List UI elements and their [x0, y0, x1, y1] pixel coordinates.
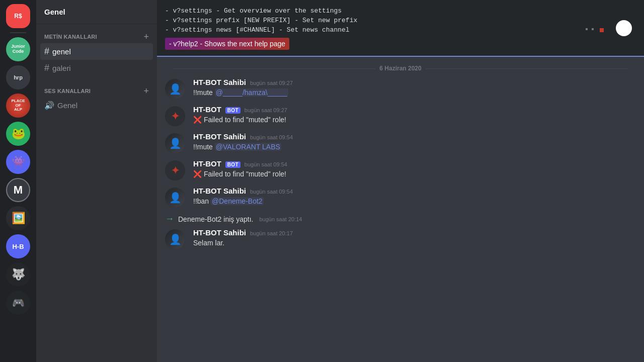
- server-hb-label: H-B: [12, 243, 24, 250]
- bot-badge-4: BOT: [225, 161, 240, 168]
- channel-item-voice-genel[interactable]: 🔊 Genel: [40, 98, 153, 113]
- voice-section-header[interactable]: SES KANALLARI +: [40, 86, 153, 96]
- banner-decoration-3: [586, 28, 588, 30]
- message-content-5: HT-BOT Sahibi bugün saat 09:54 !!ban @De…: [193, 187, 636, 207]
- server-header[interactable]: Genel: [36, 0, 157, 24]
- messages-container[interactable]: 6 Haziran 2020 👤 HT-BOT Sahibi bugün saa…: [157, 57, 644, 362]
- channel-name-galeri: galeri: [52, 64, 71, 72]
- message-time-5: bugün saat 09:54: [250, 189, 293, 195]
- message-group-last: 👤 HT-BOT Sahibi bugün saat 20:17 Selam l…: [165, 226, 636, 253]
- message-content-last: HT-BOT Sahibi bugün saat 20:17 Selam lar…: [193, 228, 636, 248]
- bot-badge-2: BOT: [225, 107, 240, 114]
- channel-item-genel[interactable]: # genel: [40, 43, 153, 60]
- voice-channel-icon: 🔊: [44, 101, 54, 110]
- message-text-5: !!ban @Deneme-Bot2: [193, 196, 636, 207]
- date-separator-text: 6 Haziran 2020: [379, 65, 421, 72]
- text-channel-icon-galeri: #: [44, 63, 49, 73]
- help-line-1: - v?settings - Get overview over the set…: [165, 6, 636, 16]
- server-icon-rs[interactable]: R$: [6, 4, 30, 28]
- system-arrow-icon: →: [165, 214, 174, 224]
- channel-list: Genel METİN KANALLARI + # genel # galeri…: [36, 0, 157, 362]
- server-icon-junior[interactable]: JuniorCode: [6, 37, 30, 61]
- text-channel-icon: #: [44, 46, 49, 57]
- text-section-header[interactable]: METİN KANALLARI +: [40, 32, 153, 41]
- server-place-label: PLACEOFALP: [11, 99, 25, 112]
- server-hrp-label: hrp: [14, 74, 23, 80]
- server-list: R$ JuniorCode hrp PLACEOFALP 🐸 👾 M 🖼️ H-…: [0, 0, 36, 362]
- message-author-5: HT-BOT Sahibi: [193, 187, 246, 195]
- banner-decoration-1: [600, 28, 604, 32]
- help-line-2: - v?settings prefix [NEW PREFIX] - Set n…: [165, 16, 636, 25]
- message-text-3: !!mute @VALORANT LABS: [193, 142, 636, 152]
- avatar-5: 👤: [165, 188, 185, 208]
- message-time-2: bugün saat 09:27: [245, 107, 287, 113]
- server-icon-green[interactable]: 🐸: [6, 122, 30, 146]
- server-icon-wolf[interactable]: 🐺: [6, 262, 30, 287]
- server-icon-hrp[interactable]: hrp: [6, 65, 30, 89]
- main-chat: - v?settings - Get overview over the set…: [157, 0, 644, 362]
- message-author-4: HT-BOT: [193, 159, 221, 168]
- message-header-2: HT-BOT BOT bugün saat 09:27: [193, 105, 636, 114]
- message-header-1: HT-BOT Sahibi bugün saat 09:27: [193, 78, 636, 86]
- server-name: Genel: [44, 8, 65, 16]
- channel-name-voice-genel: Genel: [57, 101, 77, 110]
- message-header-last: HT-BOT Sahibi bugün saat 20:17: [193, 228, 636, 237]
- banner-decoration-2: [592, 28, 594, 30]
- message-header-4: HT-BOT BOT bugün saat 09:54: [193, 159, 636, 168]
- help-banner: - v?settings - Get overview over the set…: [157, 0, 644, 57]
- server-wolf-icon: 🐺: [12, 268, 25, 281]
- text-channels-section: METİN KANALLARI + # genel # galeri: [36, 24, 157, 78]
- message-text-4: ❌ Failed to find "muted" role!: [193, 169, 636, 179]
- mention-1: @_____/hamza\_____: [215, 88, 288, 97]
- server-photo-icon: 🖼️: [12, 212, 25, 225]
- server-icon-blue[interactable]: 👾: [6, 150, 30, 174]
- text-section-title: METİN KANALLARI: [44, 34, 97, 40]
- message-content-2: HT-BOT BOT bugün saat 09:27 ❌ Failed to …: [193, 105, 636, 125]
- server-icon-place[interactable]: PLACEOFALP: [6, 94, 30, 118]
- message-time-last: bugün saat 20:17: [250, 230, 293, 236]
- server-icon-bottom[interactable]: 🎮: [6, 291, 30, 315]
- message-group-3: 👤 HT-BOT Sahibi bugün saat 09:54 !!mute …: [165, 130, 636, 157]
- server-icon-photo[interactable]: 🖼️: [6, 206, 30, 230]
- message-time-4: bugün saat 09:54: [245, 161, 287, 167]
- message-time-3: bugün saat 09:54: [250, 134, 293, 140]
- system-message: → Deneme-Bot2 iniş yaptı. bugün saat 20:…: [165, 212, 636, 226]
- channel-item-galeri[interactable]: # galeri: [40, 60, 153, 76]
- scroll-button[interactable]: [616, 20, 632, 36]
- avatar-last: 👤: [165, 229, 185, 249]
- add-text-channel-button[interactable]: +: [143, 32, 149, 41]
- message-group-4: ✦ HT-BOT BOT bugün saat 09:54 ❌ Failed t…: [165, 157, 636, 185]
- channel-name-genel: genel: [52, 47, 71, 56]
- voice-channels-section: SES KANALLARI + 🔊 Genel: [36, 78, 157, 115]
- server-green-label: 🐸: [12, 127, 25, 140]
- date-line-left: [173, 68, 375, 69]
- date-line-right: [426, 68, 628, 69]
- message-content-3: HT-BOT Sahibi bugün saat 09:54 !!mute @V…: [193, 132, 636, 152]
- add-voice-channel-button[interactable]: +: [143, 86, 149, 96]
- system-text: Deneme-Bot2 iniş yaptı.: [178, 215, 253, 223]
- message-header-5: HT-BOT Sahibi bugün saat 09:54: [193, 187, 636, 195]
- system-time: bugün saat 20:14: [259, 216, 302, 222]
- server-divider: [10, 32, 26, 33]
- avatar-3: 👤: [165, 133, 185, 153]
- message-header-3: HT-BOT Sahibi bugün saat 09:54: [193, 132, 636, 141]
- avatar-2: ✦: [165, 106, 185, 126]
- server-icon-m[interactable]: M: [6, 178, 30, 202]
- message-text-2: ❌ Failed to find "muted" role!: [193, 115, 636, 125]
- message-group-5: 👤 HT-BOT Sahibi bugün saat 09:54 !!ban @…: [165, 185, 636, 212]
- message-content-1: HT-BOT Sahibi bugün saat 09:27 !!mute @_…: [193, 78, 636, 98]
- message-author-1: HT-BOT Sahibi: [193, 78, 246, 86]
- server-m-label: M: [14, 184, 23, 197]
- message-author-last: HT-BOT Sahibi: [193, 228, 246, 237]
- server-junior-label: JuniorCode: [11, 44, 25, 54]
- mention-5: @Deneme-Bot2: [211, 197, 264, 205]
- avatar-4: ✦: [165, 160, 185, 180]
- help-line-3: - v?settings news [#CHANNEL] - Set news …: [165, 25, 636, 35]
- voice-section-title: SES KANALLARI: [44, 88, 91, 94]
- server-bottom-icon: 🎮: [12, 297, 25, 309]
- message-author-3: HT-BOT Sahibi: [193, 132, 246, 141]
- server-icon-hb[interactable]: H-B: [6, 234, 30, 258]
- mention-3: @VALORANT LABS: [215, 143, 281, 151]
- avatar-1: 👤: [165, 79, 185, 99]
- message-content-4: HT-BOT BOT bugün saat 09:54 ❌ Failed to …: [193, 159, 636, 179]
